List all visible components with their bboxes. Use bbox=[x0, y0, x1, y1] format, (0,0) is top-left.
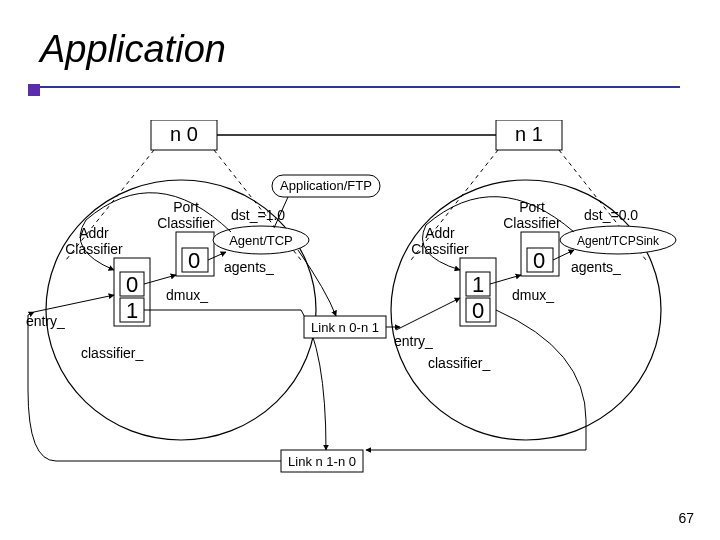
n0-addr-classifier-label-1: Addr bbox=[79, 225, 109, 241]
n0-addr-classifier-label-2: Classifier bbox=[65, 241, 123, 257]
n1-entry-label: entry_ bbox=[394, 333, 433, 349]
link-n0-n1-label: Link n 0-n 1 bbox=[311, 320, 379, 335]
n1-addr-num-bottom: 0 bbox=[472, 298, 484, 323]
n1-port-num: 0 bbox=[533, 248, 545, 273]
n0-port-classifier-label-1: Port bbox=[173, 199, 199, 215]
n0-port-num: 0 bbox=[188, 248, 200, 273]
link10-to-n0-entry bbox=[28, 312, 281, 461]
n1-agent-label: Agent/TCPSink bbox=[577, 234, 660, 248]
n0-agent-label: Agent/TCP bbox=[229, 233, 293, 248]
n1-addr0-to-link bbox=[366, 310, 586, 450]
n0-entry-label: entry_ bbox=[26, 313, 65, 329]
title-wrap: Application bbox=[40, 28, 226, 71]
title-bullet-icon bbox=[28, 84, 40, 96]
n0-app-label: Application/FTP bbox=[280, 178, 372, 193]
n1-addr-classifier-label-1: Addr bbox=[425, 225, 455, 241]
n1-addr-num-top: 1 bbox=[472, 272, 484, 297]
n1-classifier-label: classifier_ bbox=[428, 355, 490, 371]
n1-dst-label: dst_=0.0 bbox=[584, 207, 638, 223]
n0-addr-num-bottom: 1 bbox=[126, 298, 138, 323]
node-n0-label: n 0 bbox=[170, 123, 198, 145]
n0-port-classifier-label-2: Classifier bbox=[157, 215, 215, 231]
title-underline bbox=[40, 86, 680, 88]
n1-port-classifier-label-2: Classifier bbox=[503, 215, 561, 231]
n0-agent-to-link bbox=[298, 250, 336, 316]
diagram-svg: n 0 n 1 Port Classifier 0 Addr Classifie… bbox=[26, 120, 706, 500]
n1-dmux-label: dmux_ bbox=[512, 287, 554, 303]
n0-agents-label: agents_ bbox=[224, 259, 274, 275]
n0-classifier-label: classifier_ bbox=[81, 345, 143, 361]
n1-addr-classifier-label-2: Classifier bbox=[411, 241, 469, 257]
node-n1-label: n 1 bbox=[515, 123, 543, 145]
n1-agents-label: agents_ bbox=[571, 259, 621, 275]
slide-root: Application 67 n 0 n 1 Port Classifier bbox=[0, 0, 720, 540]
n0-addr-num-top: 0 bbox=[126, 272, 138, 297]
n1-entry-arrow bbox=[396, 298, 460, 330]
n0-dmux-label: dmux_ bbox=[166, 287, 208, 303]
slide-title: Application bbox=[40, 28, 226, 70]
page-number: 67 bbox=[678, 510, 694, 526]
link-n1-n0-label: Link n 1-n 0 bbox=[288, 454, 356, 469]
